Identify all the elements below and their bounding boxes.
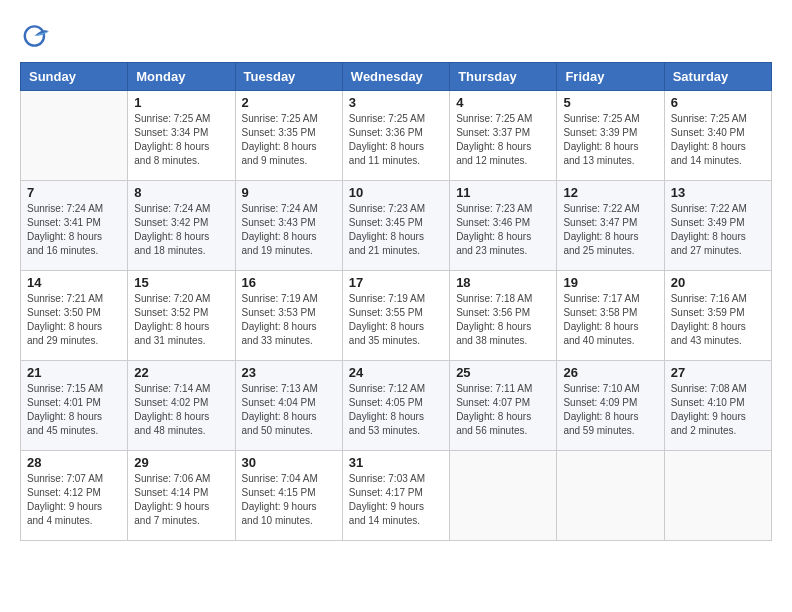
day-info: Sunrise: 7:10 AM Sunset: 4:09 PM Dayligh…: [563, 382, 657, 438]
day-info: Sunrise: 7:03 AM Sunset: 4:17 PM Dayligh…: [349, 472, 443, 528]
calendar-cell: 17Sunrise: 7:19 AM Sunset: 3:55 PM Dayli…: [342, 271, 449, 361]
calendar-cell: 16Sunrise: 7:19 AM Sunset: 3:53 PM Dayli…: [235, 271, 342, 361]
day-number: 7: [27, 185, 121, 200]
day-header-wednesday: Wednesday: [342, 63, 449, 91]
day-number: 9: [242, 185, 336, 200]
day-info: Sunrise: 7:04 AM Sunset: 4:15 PM Dayligh…: [242, 472, 336, 528]
day-info: Sunrise: 7:16 AM Sunset: 3:59 PM Dayligh…: [671, 292, 765, 348]
day-info: Sunrise: 7:11 AM Sunset: 4:07 PM Dayligh…: [456, 382, 550, 438]
day-header-friday: Friday: [557, 63, 664, 91]
day-number: 25: [456, 365, 550, 380]
day-info: Sunrise: 7:07 AM Sunset: 4:12 PM Dayligh…: [27, 472, 121, 528]
calendar-week-2: 7Sunrise: 7:24 AM Sunset: 3:41 PM Daylig…: [21, 181, 772, 271]
calendar-cell: [21, 91, 128, 181]
day-info: Sunrise: 7:06 AM Sunset: 4:14 PM Dayligh…: [134, 472, 228, 528]
calendar-cell: 3Sunrise: 7:25 AM Sunset: 3:36 PM Daylig…: [342, 91, 449, 181]
calendar-cell: [557, 451, 664, 541]
calendar-cell: 7Sunrise: 7:24 AM Sunset: 3:41 PM Daylig…: [21, 181, 128, 271]
calendar-cell: 8Sunrise: 7:24 AM Sunset: 3:42 PM Daylig…: [128, 181, 235, 271]
calendar-cell: 22Sunrise: 7:14 AM Sunset: 4:02 PM Dayli…: [128, 361, 235, 451]
day-number: 24: [349, 365, 443, 380]
day-info: Sunrise: 7:18 AM Sunset: 3:56 PM Dayligh…: [456, 292, 550, 348]
day-number: 13: [671, 185, 765, 200]
day-number: 11: [456, 185, 550, 200]
calendar-cell: 6Sunrise: 7:25 AM Sunset: 3:40 PM Daylig…: [664, 91, 771, 181]
calendar-cell: 23Sunrise: 7:13 AM Sunset: 4:04 PM Dayli…: [235, 361, 342, 451]
calendar-cell: 12Sunrise: 7:22 AM Sunset: 3:47 PM Dayli…: [557, 181, 664, 271]
day-info: Sunrise: 7:08 AM Sunset: 4:10 PM Dayligh…: [671, 382, 765, 438]
day-number: 10: [349, 185, 443, 200]
day-header-monday: Monday: [128, 63, 235, 91]
day-info: Sunrise: 7:24 AM Sunset: 3:42 PM Dayligh…: [134, 202, 228, 258]
day-header-thursday: Thursday: [450, 63, 557, 91]
calendar-cell: 26Sunrise: 7:10 AM Sunset: 4:09 PM Dayli…: [557, 361, 664, 451]
day-number: 1: [134, 95, 228, 110]
day-info: Sunrise: 7:12 AM Sunset: 4:05 PM Dayligh…: [349, 382, 443, 438]
day-number: 31: [349, 455, 443, 470]
day-info: Sunrise: 7:21 AM Sunset: 3:50 PM Dayligh…: [27, 292, 121, 348]
calendar-table: SundayMondayTuesdayWednesdayThursdayFrid…: [20, 62, 772, 541]
calendar-cell: 9Sunrise: 7:24 AM Sunset: 3:43 PM Daylig…: [235, 181, 342, 271]
day-number: 14: [27, 275, 121, 290]
day-number: 17: [349, 275, 443, 290]
calendar-cell: 20Sunrise: 7:16 AM Sunset: 3:59 PM Dayli…: [664, 271, 771, 361]
calendar-cell: 24Sunrise: 7:12 AM Sunset: 4:05 PM Dayli…: [342, 361, 449, 451]
calendar-cell: 2Sunrise: 7:25 AM Sunset: 3:35 PM Daylig…: [235, 91, 342, 181]
calendar-cell: 13Sunrise: 7:22 AM Sunset: 3:49 PM Dayli…: [664, 181, 771, 271]
day-info: Sunrise: 7:20 AM Sunset: 3:52 PM Dayligh…: [134, 292, 228, 348]
day-info: Sunrise: 7:24 AM Sunset: 3:43 PM Dayligh…: [242, 202, 336, 258]
day-info: Sunrise: 7:15 AM Sunset: 4:01 PM Dayligh…: [27, 382, 121, 438]
day-info: Sunrise: 7:17 AM Sunset: 3:58 PM Dayligh…: [563, 292, 657, 348]
calendar-cell: 21Sunrise: 7:15 AM Sunset: 4:01 PM Dayli…: [21, 361, 128, 451]
calendar-week-4: 21Sunrise: 7:15 AM Sunset: 4:01 PM Dayli…: [21, 361, 772, 451]
calendar-week-1: 1Sunrise: 7:25 AM Sunset: 3:34 PM Daylig…: [21, 91, 772, 181]
day-number: 5: [563, 95, 657, 110]
calendar-cell: 27Sunrise: 7:08 AM Sunset: 4:10 PM Dayli…: [664, 361, 771, 451]
calendar-cell: 15Sunrise: 7:20 AM Sunset: 3:52 PM Dayli…: [128, 271, 235, 361]
day-info: Sunrise: 7:25 AM Sunset: 3:36 PM Dayligh…: [349, 112, 443, 168]
calendar-cell: 14Sunrise: 7:21 AM Sunset: 3:50 PM Dayli…: [21, 271, 128, 361]
day-number: 16: [242, 275, 336, 290]
calendar-cell: 18Sunrise: 7:18 AM Sunset: 3:56 PM Dayli…: [450, 271, 557, 361]
day-number: 4: [456, 95, 550, 110]
day-number: 15: [134, 275, 228, 290]
svg-point-0: [25, 26, 44, 45]
day-number: 23: [242, 365, 336, 380]
day-number: 2: [242, 95, 336, 110]
calendar-cell: 28Sunrise: 7:07 AM Sunset: 4:12 PM Dayli…: [21, 451, 128, 541]
calendar-cell: 29Sunrise: 7:06 AM Sunset: 4:14 PM Dayli…: [128, 451, 235, 541]
day-info: Sunrise: 7:19 AM Sunset: 3:53 PM Dayligh…: [242, 292, 336, 348]
day-info: Sunrise: 7:25 AM Sunset: 3:37 PM Dayligh…: [456, 112, 550, 168]
day-info: Sunrise: 7:22 AM Sunset: 3:49 PM Dayligh…: [671, 202, 765, 258]
day-number: 18: [456, 275, 550, 290]
day-number: 26: [563, 365, 657, 380]
day-number: 8: [134, 185, 228, 200]
calendar-header-row: SundayMondayTuesdayWednesdayThursdayFrid…: [21, 63, 772, 91]
calendar-cell: [450, 451, 557, 541]
day-info: Sunrise: 7:23 AM Sunset: 3:45 PM Dayligh…: [349, 202, 443, 258]
calendar-cell: 4Sunrise: 7:25 AM Sunset: 3:37 PM Daylig…: [450, 91, 557, 181]
day-number: 28: [27, 455, 121, 470]
page-header: [20, 20, 772, 52]
day-number: 27: [671, 365, 765, 380]
calendar-week-5: 28Sunrise: 7:07 AM Sunset: 4:12 PM Dayli…: [21, 451, 772, 541]
day-info: Sunrise: 7:14 AM Sunset: 4:02 PM Dayligh…: [134, 382, 228, 438]
calendar-cell: 30Sunrise: 7:04 AM Sunset: 4:15 PM Dayli…: [235, 451, 342, 541]
day-info: Sunrise: 7:24 AM Sunset: 3:41 PM Dayligh…: [27, 202, 121, 258]
calendar-cell: 10Sunrise: 7:23 AM Sunset: 3:45 PM Dayli…: [342, 181, 449, 271]
day-number: 3: [349, 95, 443, 110]
calendar-cell: 5Sunrise: 7:25 AM Sunset: 3:39 PM Daylig…: [557, 91, 664, 181]
day-header-sunday: Sunday: [21, 63, 128, 91]
day-number: 30: [242, 455, 336, 470]
calendar-week-3: 14Sunrise: 7:21 AM Sunset: 3:50 PM Dayli…: [21, 271, 772, 361]
day-info: Sunrise: 7:23 AM Sunset: 3:46 PM Dayligh…: [456, 202, 550, 258]
logo-icon: [20, 20, 52, 52]
day-info: Sunrise: 7:25 AM Sunset: 3:34 PM Dayligh…: [134, 112, 228, 168]
day-header-tuesday: Tuesday: [235, 63, 342, 91]
calendar-cell: 11Sunrise: 7:23 AM Sunset: 3:46 PM Dayli…: [450, 181, 557, 271]
calendar-cell: 31Sunrise: 7:03 AM Sunset: 4:17 PM Dayli…: [342, 451, 449, 541]
day-info: Sunrise: 7:25 AM Sunset: 3:35 PM Dayligh…: [242, 112, 336, 168]
day-number: 12: [563, 185, 657, 200]
calendar-cell: 25Sunrise: 7:11 AM Sunset: 4:07 PM Dayli…: [450, 361, 557, 451]
day-header-saturday: Saturday: [664, 63, 771, 91]
